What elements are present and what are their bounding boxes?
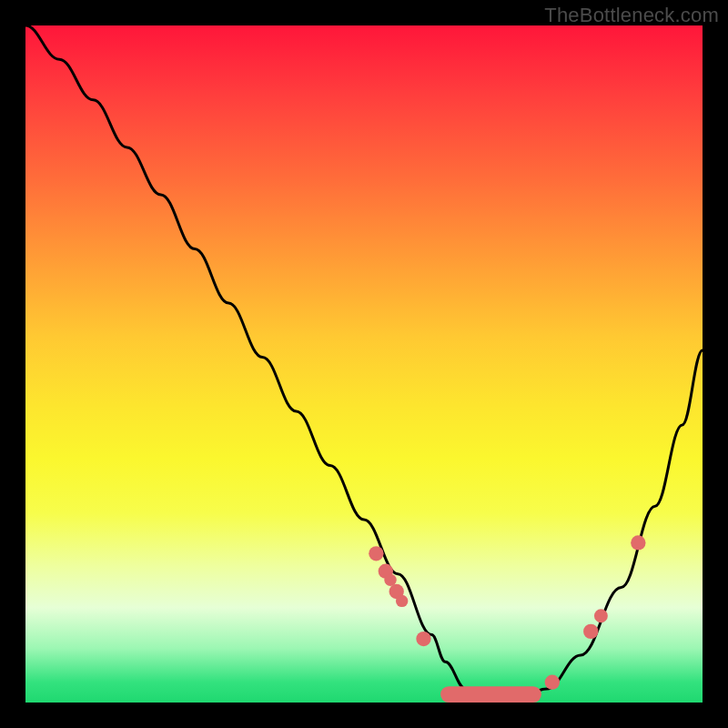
curve-marker-pill (440, 686, 541, 703)
bottleneck-curve (25, 25, 703, 703)
curve-marker-dot (416, 632, 430, 646)
curve-marker-dot (594, 609, 608, 622)
curve-marker-dot (396, 595, 408, 607)
curve-marker-dot (583, 624, 598, 639)
curve-marker-dot (369, 546, 383, 561)
chart-plot-area (25, 25, 703, 703)
curve-marker-dot (631, 535, 645, 550)
curve-markers (369, 535, 645, 703)
watermark-text: TheBottleneck.com (544, 4, 719, 27)
curve-marker-dot (384, 574, 396, 586)
chart-svg (25, 25, 703, 703)
curve-marker-dot (545, 674, 560, 689)
